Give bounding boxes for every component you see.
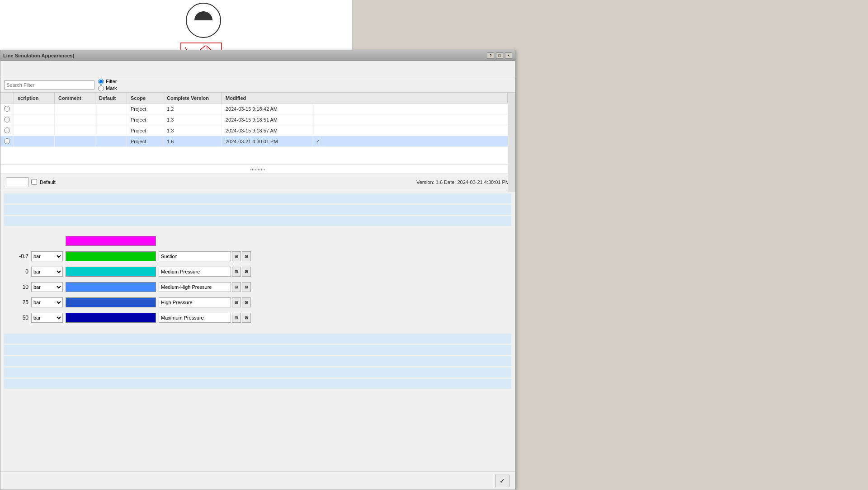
mark-radio[interactable] <box>98 85 104 91</box>
spacer-band <box>4 216 511 226</box>
default-checkbox-group: Default <box>6 177 56 187</box>
pressure-row-suction: -0.7 bar psi MPa ⊞ ⊠ <box>4 249 511 264</box>
pressure-name-high[interactable] <box>159 297 231 307</box>
pressure-name-max[interactable] <box>159 313 231 323</box>
td-default <box>95 114 127 125</box>
spacer-band <box>4 334 511 344</box>
td-modified: 2024-03-21 4:30:01 PM <box>222 136 312 146</box>
pressure-unit-max[interactable]: bar psi MPa <box>31 313 63 323</box>
default-input-box[interactable] <box>6 177 28 187</box>
pressure-row-high: 25 bar psi MPa ⊞ ⊠ <box>4 295 511 310</box>
pressure-name-suction[interactable] <box>159 251 231 261</box>
pressure-action-btn-9[interactable]: ⊞ <box>232 313 241 323</box>
table-row[interactable]: Project 1.6 2024-03-21 4:30:01 PM ✓ <box>0 136 515 147</box>
pressure-name-medium-high[interactable] <box>159 282 231 292</box>
spacer-band <box>4 205 511 215</box>
pressure-action-btn-7[interactable]: ⊞ <box>232 297 241 307</box>
help-button[interactable]: ? <box>487 52 494 59</box>
spacer-group-1 <box>0 190 515 229</box>
pressure-row-medium-high: 10 bar psi MPa ⊞ ⊠ <box>4 280 511 294</box>
th-description: scription <box>14 93 55 103</box>
version-info-text: Version: 1.6 Date: 2024-03-21 4:30:01 PM <box>416 179 509 185</box>
th-version: Complete Version <box>163 93 222 103</box>
minimize-button[interactable]: □ <box>496 52 503 59</box>
pressure-name-medium[interactable] <box>159 267 231 277</box>
default-checkbox[interactable] <box>31 179 37 185</box>
filter-options: Filter Mark <box>98 79 117 91</box>
td-scope: Project <box>127 104 163 114</box>
td-description <box>14 136 55 146</box>
default-label: Default <box>40 179 56 185</box>
spacer-band <box>4 345 511 355</box>
pressure-action-btn-3[interactable]: ⊞ <box>232 267 241 277</box>
pressure-action-btn-5[interactable]: ⊞ <box>232 282 241 292</box>
td-radio[interactable] <box>0 114 14 125</box>
table-row[interactable]: Project 1.2 2024-03-15 9:18:42 AM <box>0 104 515 114</box>
close-button[interactable]: × <box>505 52 512 59</box>
pressure-unit-medium-high[interactable]: bar psi MPa <box>31 282 63 292</box>
td-description <box>14 114 55 125</box>
td-version: 1.2 <box>163 104 222 114</box>
td-comment <box>55 125 95 136</box>
pressure-action-btn-1[interactable]: ⊞ <box>232 251 241 261</box>
spacer-band <box>4 368 511 377</box>
td-version: 1.6 <box>163 136 222 146</box>
td-modified: 2024-03-15 9:18:57 AM <box>222 125 312 136</box>
th-radio <box>0 93 14 103</box>
td-modified: 2024-03-15 9:18:42 AM <box>222 104 312 114</box>
td-radio[interactable] <box>0 104 14 114</box>
mark-label: Mark <box>106 85 117 91</box>
color-bar-medium-high[interactable] <box>66 282 156 292</box>
color-bar-suction[interactable] <box>66 251 156 261</box>
th-modified: Modified <box>222 93 508 103</box>
pressure-action-btn-8[interactable]: ⊠ <box>242 297 251 307</box>
color-bar-max[interactable] <box>66 313 156 323</box>
td-comment <box>55 114 95 125</box>
pressure-value-suction: -0.7 <box>4 253 31 259</box>
td-scope: Project <box>127 114 163 125</box>
td-scope: Project <box>127 136 163 146</box>
pressure-action-btn-4[interactable]: ⊠ <box>242 267 251 277</box>
table-row[interactable]: Project 1.3 2024-03-15 9:18:57 AM <box>0 125 515 136</box>
ok-icon: ✓ <box>500 477 505 485</box>
td-scope: Project <box>127 125 163 136</box>
filter-radio-item[interactable]: Filter <box>98 79 117 85</box>
search-input[interactable] <box>4 80 94 90</box>
th-comment: Comment <box>55 93 95 103</box>
versions-table: scription Comment Default Scope Complete… <box>0 93 515 165</box>
color-bar-magenta[interactable] <box>66 236 156 246</box>
color-bar-medium[interactable] <box>66 267 156 277</box>
table-header: scription Comment Default Scope Complete… <box>0 93 515 104</box>
pressure-action-btn-6[interactable]: ⊠ <box>242 282 251 292</box>
toolbar-row <box>0 61 515 77</box>
td-modified: 2024-03-15 9:18:51 AM <box>222 114 312 125</box>
pagination-row: ·········· <box>0 165 515 174</box>
td-default <box>95 104 127 114</box>
td-version: 1.3 <box>163 114 222 125</box>
spacer-band <box>4 379 511 389</box>
filter-radio[interactable] <box>98 79 104 85</box>
mark-radio-item[interactable]: Mark <box>98 85 117 91</box>
ok-button[interactable]: ✓ <box>495 475 509 487</box>
pressure-action-btn-2[interactable]: ⊠ <box>242 251 251 261</box>
pressure-value-medium: 0 <box>4 269 31 275</box>
td-radio[interactable] <box>0 125 14 136</box>
td-version: 1.3 <box>163 125 222 136</box>
pressure-action-btn-10[interactable]: ⊠ <box>242 313 251 323</box>
pressure-value-max: 50 <box>4 315 31 321</box>
scrollbar[interactable] <box>508 93 515 192</box>
filter-label: Filter <box>106 79 117 84</box>
spacer-group-2 <box>0 330 515 392</box>
spacer-band <box>4 356 511 366</box>
td-radio[interactable] <box>0 136 14 146</box>
pressure-unit-medium[interactable]: bar psi MPa <box>31 267 63 277</box>
pressure-section: -0.7 bar psi MPa ⊞ ⊠ 0 bar psi MPa <box>0 229 515 330</box>
version-row: Default Version: 1.6 Date: 2024-03-21 4:… <box>0 174 515 190</box>
pressure-unit-suction[interactable]: bar psi MPa <box>31 251 63 261</box>
pressure-unit-high[interactable]: bar psi MPa <box>31 297 63 307</box>
spacer-band <box>4 193 511 203</box>
color-bar-high[interactable] <box>66 297 156 307</box>
search-row: Filter Mark <box>0 77 515 93</box>
table-row[interactable]: Project 1.3 2024-03-15 9:18:51 AM <box>0 114 515 125</box>
dialog-window: Line Simulation Appearances) ? □ × Filte… <box>0 50 515 490</box>
